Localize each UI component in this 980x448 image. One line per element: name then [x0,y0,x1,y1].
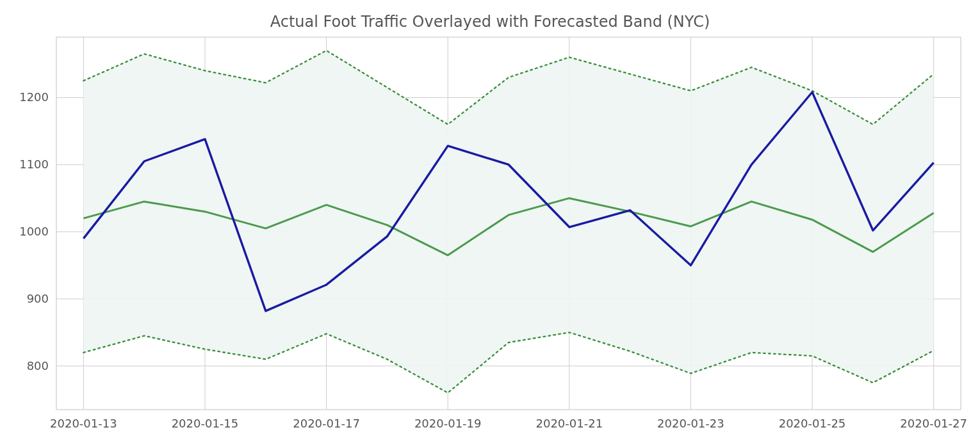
y-tick-label: 800 [27,359,49,372]
chart-container: Actual Foot Traffic Overlayed with Forec… [0,0,980,448]
x-tick-label: 2020-01-25 [779,417,846,430]
y-tick-label: 900 [27,292,49,305]
x-tick-label: 2020-01-13 [50,417,117,430]
x-tick-label: 2020-01-23 [657,417,724,430]
x-tick-label: 2020-01-19 [414,417,482,430]
chart-svg: 8009001000110012002020-01-132020-01-1520… [0,0,980,448]
x-tick-label: 2020-01-21 [536,417,603,430]
x-tick-label: 2020-01-27 [900,417,967,430]
y-tick-label: 1000 [19,225,49,238]
y-tick-label: 1200 [19,90,49,104]
x-tick-label: 2020-01-15 [172,417,239,430]
x-tick-label: 2020-01-17 [293,417,360,430]
forecast-band-fill [83,51,933,393]
y-tick-label: 1100 [19,157,49,171]
